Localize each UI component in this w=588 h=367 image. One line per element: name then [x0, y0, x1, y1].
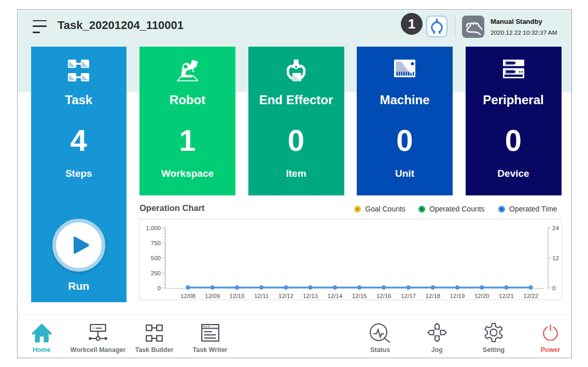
svg-text:12/22: 12/22: [523, 292, 538, 299]
svg-text:12/17: 12/17: [401, 292, 416, 299]
svg-text:12/20: 12/20: [474, 292, 489, 299]
svg-text:12/10: 12/10: [229, 292, 244, 299]
svg-text:0: 0: [157, 285, 160, 291]
svg-text:1,000: 1,000: [146, 224, 161, 231]
svg-text:12/18: 12/18: [425, 292, 440, 299]
svg-text:12/16: 12/16: [376, 292, 391, 299]
svg-text:12/15: 12/15: [352, 292, 367, 299]
svg-text:12/08: 12/08: [180, 292, 195, 299]
svg-text:24: 24: [552, 224, 559, 231]
svg-text:750: 750: [150, 239, 160, 246]
svg-text:12/13: 12/13: [303, 292, 318, 299]
svg-text:12/19: 12/19: [450, 292, 465, 299]
svg-text:12/09: 12/09: [205, 292, 220, 299]
svg-text:500: 500: [150, 255, 160, 261]
svg-text:0: 0: [552, 285, 555, 291]
svg-text:250: 250: [150, 270, 160, 276]
svg-text:12/21: 12/21: [499, 292, 514, 299]
svg-text:12/11: 12/11: [254, 292, 269, 299]
svg-text:12: 12: [552, 255, 559, 261]
svg-text:12/12: 12/12: [278, 292, 293, 299]
svg-text:12/14: 12/14: [327, 292, 342, 299]
